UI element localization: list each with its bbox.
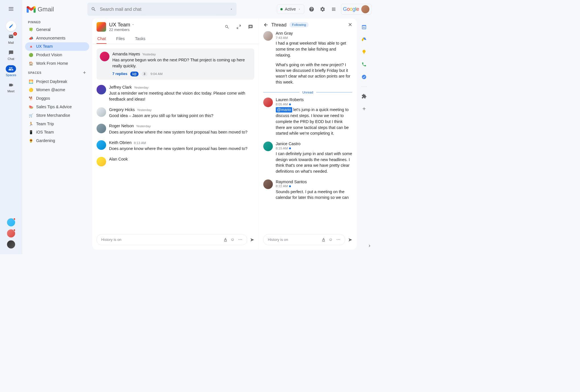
mention-tag[interactable]: @mario: [276, 107, 292, 112]
member-count: 22 members: [109, 28, 134, 32]
sidebar-item-doggos[interactable]: 🐕Doggos: [25, 94, 89, 103]
following-pill[interactable]: Following: [289, 22, 308, 28]
rail-avatar-1[interactable]: [7, 218, 15, 227]
send-icon[interactable]: ➤: [250, 237, 254, 243]
logo-area[interactable]: Gmail: [26, 6, 82, 13]
sidebar-item-product-vision[interactable]: 🟢Product Vision: [25, 51, 89, 59]
sidebar-item-sales-tips-advice[interactable]: 🍉Sales Tips & Advice: [25, 103, 89, 111]
msg-text: Sounds perfect. I put a meeting on the c…: [276, 189, 352, 201]
keep-icon[interactable]: [361, 49, 367, 55]
close-icon[interactable]: ✕: [348, 22, 352, 28]
emoji-icon[interactable]: ☺: [329, 237, 333, 242]
sidebar-item-ios-team[interactable]: 📱iOS Team: [25, 128, 89, 137]
format-icon[interactable]: A: [224, 237, 227, 242]
thread-compose-placeholder: History is on: [268, 237, 288, 242]
calendar-icon[interactable]: 31: [361, 24, 367, 30]
hide-sidepanel-icon[interactable]: ›: [368, 243, 370, 249]
account-chip[interactable]: Google: [341, 4, 371, 15]
contacts-icon[interactable]: [361, 61, 367, 67]
menu-button[interactable]: [6, 4, 16, 14]
sidebar-item-general[interactable]: 🍀General: [25, 25, 89, 34]
sidebar-item-store-merchandise[interactable]: 🛒Store Merchandise: [25, 111, 89, 120]
search-bar[interactable]: [87, 3, 237, 16]
tasks-icon[interactable]: [361, 74, 367, 80]
get-addons-icon[interactable]: +: [361, 106, 367, 112]
thread-message[interactable]: Raymond Santos 8:22 AM Sounds perfect. I…: [263, 180, 352, 201]
status-chip[interactable]: Active: [277, 5, 304, 14]
status-label: Active: [285, 7, 296, 12]
thread-compose-input[interactable]: History is on A ☺ ⋯: [263, 234, 345, 245]
format-icon[interactable]: A: [322, 237, 325, 242]
collapse-icon[interactable]: [235, 23, 243, 30]
search-input[interactable]: [100, 7, 226, 12]
rail-mail[interactable]: 4 Mail: [6, 33, 16, 44]
rail-avatar-2[interactable]: [7, 229, 15, 237]
space-icon: 🏃: [29, 122, 33, 126]
sidebar-item-label: Doggos: [36, 96, 50, 101]
apps-icon[interactable]: [330, 5, 337, 13]
space-dropdown-icon[interactable]: [132, 23, 134, 26]
chat-panel: UX Team 22 members: [92, 18, 258, 250]
chat-message[interactable]: Keith Obrien 8:13 AM Does anyone know wh…: [97, 140, 254, 152]
rail-spaces[interactable]: Spaces: [6, 65, 16, 77]
tab-chat[interactable]: Chat: [97, 35, 107, 44]
settings-icon[interactable]: [319, 5, 326, 13]
add-space-button[interactable]: +: [83, 70, 86, 76]
sidebar-item-project-daybreak[interactable]: 🌅Project Daybreak: [25, 77, 89, 86]
space-icon: 🛒: [29, 113, 33, 118]
msg-author: Janice Castro: [276, 141, 301, 146]
sidebar-item-work-from-home[interactable]: 🏠Work From Home: [25, 59, 89, 68]
sidebar-item-gardening[interactable]: 🌻Gardening: [25, 137, 89, 145]
space-icon: 🌅: [29, 79, 33, 84]
reply-time: 9:04 AM: [150, 72, 163, 76]
msg-author: Alan Cook: [109, 157, 128, 162]
space-icon: 📱: [29, 130, 33, 135]
sidebar-item-ux-team[interactable]: 🔺UX Team: [25, 42, 89, 51]
rail-meet[interactable]: Meet: [6, 81, 16, 93]
sidebar-item-label: Store Merchandise: [36, 113, 70, 118]
spaces-sidebar: PINNED 🍀General📣Announcements🔺UX Team🟢Pr…: [22, 18, 92, 250]
chat-message[interactable]: Roger Nelson Yesterday Does anyone know …: [97, 124, 254, 135]
chat-search-icon[interactable]: [223, 23, 231, 30]
thread-send-icon[interactable]: ➤: [348, 237, 352, 243]
search-options-icon[interactable]: [230, 8, 233, 11]
sidebar-item-label: Work From Home: [36, 61, 68, 66]
thread-message[interactable]: Janice Castro 8:15 AM I can definitely j…: [263, 141, 352, 174]
more-icon[interactable]: ⋯: [238, 237, 242, 242]
msg-avatar: [97, 140, 106, 150]
msg-text: Just a reminder we're meeting about the …: [109, 90, 254, 102]
more-icon[interactable]: ⋯: [336, 237, 340, 242]
open-thread-icon[interactable]: [247, 23, 254, 30]
help-icon[interactable]: [308, 5, 315, 13]
sidebar-item-team-trip[interactable]: 🏃Team Trip: [25, 120, 89, 128]
addons-icon[interactable]: [361, 93, 367, 99]
sidebar-item-label: Gardening: [36, 138, 55, 143]
msg-text: Has anyone begun work on the next PRD? T…: [112, 57, 251, 69]
back-icon[interactable]: [263, 22, 268, 27]
compose-input[interactable]: History is on A ☺ ⋯: [97, 234, 247, 245]
drive-icon[interactable]: [361, 36, 367, 42]
mail-badge: 4: [13, 32, 17, 36]
rail-avatar-3[interactable]: [7, 240, 15, 249]
compose-button[interactable]: [6, 21, 16, 31]
msg-avatar: [97, 85, 106, 95]
chat-message[interactable]: Gregory Hicks Yesterday Good idea – Jaso…: [97, 107, 254, 119]
msg-text: Does anyone know where the new system fo…: [109, 146, 254, 152]
tab-files[interactable]: Files: [115, 35, 125, 44]
chat-message[interactable]: Alan Cook: [97, 157, 254, 166]
sidebar-item-women-acme[interactable]: 🟡Women @acme: [25, 86, 89, 94]
chevron-down-icon: [298, 8, 301, 11]
chat-message[interactable]: Jeffrey Clark Yesterday Just a reminder …: [97, 85, 254, 102]
msg-time: 8:13 AM: [134, 141, 146, 145]
thread-message[interactable]: Lauren Roberts 8:05 AM @mario let's jump…: [263, 98, 352, 136]
thread-card[interactable]: Amanda Hayes Yesteday Has anyone begun w…: [97, 48, 254, 80]
rail-chat[interactable]: Chat: [6, 49, 16, 61]
tab-tasks[interactable]: Tasks: [134, 35, 146, 44]
space-icon: 🍉: [29, 105, 33, 109]
rail-meet-label: Meet: [7, 89, 14, 93]
sidebar-item-announcements[interactable]: 📣Announcements: [25, 34, 89, 42]
emoji-icon[interactable]: ☺: [231, 237, 235, 242]
sidebar-item-label: Sales Tips & Advice: [36, 105, 72, 109]
unread-dot: [289, 147, 291, 149]
thread-message[interactable]: Ann Gray 7:43 AM I had a great weekend! …: [263, 31, 352, 86]
